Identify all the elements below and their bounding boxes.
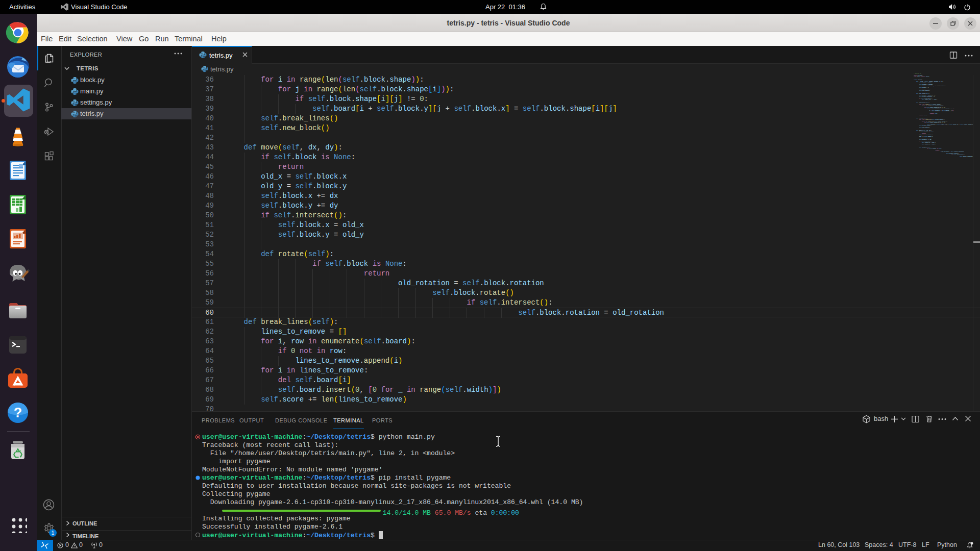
svg-text:?: ? xyxy=(14,405,22,420)
